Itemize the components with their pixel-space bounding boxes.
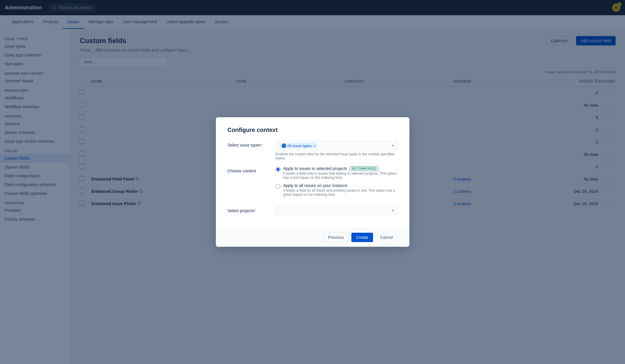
modal-footer: Previous Create Cancel — [216, 228, 409, 247]
context-option-label: Apply to all issues on your instance — [283, 183, 398, 188]
context-option-desc: Creates a field only in issues that belo… — [283, 171, 398, 180]
select-issue-types-row: Select issue types* 🔵 All issue types × … — [228, 140, 398, 160]
select-projects-row: Select projects* ▾ — [228, 206, 398, 215]
recommended-badge: RECOMMENDED — [349, 166, 379, 171]
context-option-all-issues: Apply to all issues on your instance Cre… — [276, 183, 398, 197]
configure-context-modal: Configure context Select issue types* 🔵 … — [216, 117, 409, 247]
remove-tag-button[interactable]: × — [314, 144, 316, 148]
modal-title: Configure context — [228, 127, 398, 133]
context-option-desc: Creates a field for all future and exist… — [283, 188, 398, 197]
context-radio-selected-projects[interactable] — [276, 167, 280, 172]
choose-context-row: Choose context Apply to issues in select… — [228, 166, 398, 200]
context-options: Apply to issues in selected projects REC… — [276, 166, 398, 200]
select-issue-types-control: 🔵 All issue types × ▾ Enables the custom… — [276, 140, 398, 160]
issue-types-hint: Enables the custom field for the selecte… — [276, 152, 398, 160]
all-issue-types-tag: 🔵 All issue types × — [280, 143, 318, 149]
select-issue-types-label: Select issue types* — [228, 140, 269, 147]
cancel-button[interactable]: Cancel — [375, 233, 398, 242]
create-button[interactable]: Create — [351, 233, 373, 242]
issue-types-select[interactable]: 🔵 All issue types × ▾ — [276, 140, 398, 151]
select-projects-control: ▾ — [276, 206, 398, 215]
modal-body: Configure context Select issue types* 🔵 … — [216, 117, 409, 228]
chevron-down-icon: ▾ — [392, 208, 394, 212]
context-option-selected-projects: Apply to issues in selected projects REC… — [276, 166, 398, 180]
projects-select[interactable]: ▾ — [276, 206, 398, 215]
context-radio-all-issues[interactable] — [276, 184, 280, 189]
select-projects-label: Select projects* — [228, 206, 269, 213]
context-option-label: Apply to issues in selected projects REC… — [283, 166, 398, 171]
chevron-down-icon: ▾ — [392, 144, 394, 148]
issue-types-tags: 🔵 All issue types × — [280, 143, 319, 149]
previous-button[interactable]: Previous — [323, 233, 349, 242]
choose-context-label: Choose context — [228, 166, 269, 173]
issue-type-icon: 🔵 — [281, 143, 286, 148]
modal-overlay[interactable]: Configure context Select issue types* 🔵 … — [0, 0, 625, 364]
